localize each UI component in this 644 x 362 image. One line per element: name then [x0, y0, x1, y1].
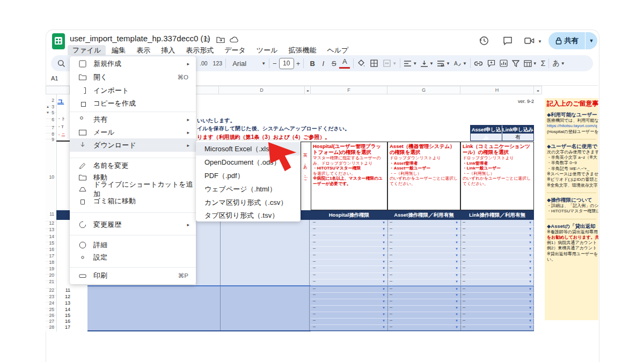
row-number-21[interactable]: 21 — [46, 279, 54, 284]
row-number-14[interactable]: 14 — [46, 234, 54, 239]
sheets-logo-icon[interactable] — [52, 33, 65, 49]
group-collapse-up-icon[interactable]: ▲ — [46, 105, 49, 108]
insert-comment-icon[interactable] — [487, 60, 495, 67]
status-value[interactable] — [471, 134, 502, 141]
text-color-button[interactable]: A — [339, 58, 350, 69]
menu-item-新規作成[interactable]: 新規作成▸ — [70, 57, 196, 70]
text-rotate-icon[interactable]: A — [453, 60, 462, 67]
row-number-17[interactable]: 17 — [46, 253, 54, 258]
share-button[interactable]: 共有 — [548, 32, 585, 49]
row-number-23[interactable]: 23 — [46, 294, 54, 299]
dropdown-arrow-icon[interactable]: ▼ — [382, 280, 385, 283]
merge-caret-icon[interactable]: ▼ — [392, 61, 397, 66]
column-header-D[interactable]: D — [219, 86, 305, 94]
menu-item-ダウンロード[interactable]: ダウンロード▸ — [70, 138, 196, 152]
align-caret-icon[interactable]: ▼ — [413, 61, 417, 66]
italic-button[interactable]: I — [318, 60, 328, 68]
dropdown-arrow-icon[interactable]: ▼ — [382, 260, 385, 263]
dropdown-cell[interactable]: –▼ — [387, 233, 460, 240]
dropdown-arrow-icon[interactable]: ▼ — [382, 227, 385, 231]
search-icon[interactable] — [57, 60, 65, 68]
dropdown-arrow-icon[interactable]: ▼ — [455, 293, 458, 297]
dropdown-cell[interactable]: –▼ — [387, 259, 460, 266]
dropdown-arrow-icon[interactable]: ▼ — [455, 326, 458, 329]
vertical-align-icon[interactable] — [420, 60, 428, 67]
dropdown-cell[interactable]: –▼ — [311, 279, 387, 286]
menu-item-メール[interactable]: メール▸ — [70, 125, 196, 139]
menu-item-ゴミ箱に移動[interactable]: ゴミ箱に移動 — [70, 194, 196, 208]
dropdown-arrow-icon[interactable]: ▼ — [529, 260, 532, 263]
version-history-icon[interactable] — [479, 35, 489, 46]
menubar-item-1[interactable]: 編集 — [107, 45, 130, 56]
row-number-16[interactable]: 16 — [46, 247, 54, 252]
dropdown-cell[interactable]: –▼ — [311, 246, 387, 253]
font-size-input[interactable]: 10 — [279, 58, 294, 69]
dropdown-cell[interactable]: –▼ — [387, 246, 460, 253]
menubar-item-8[interactable]: ヘルプ — [322, 45, 353, 56]
row-number-19[interactable]: 19 — [46, 266, 54, 271]
row-number-9[interactable]: 9 — [46, 137, 54, 142]
filter-icon[interactable] — [512, 60, 519, 67]
dropdown-cell[interactable]: –▼ — [387, 265, 460, 272]
column-header-F[interactable]: F — [311, 86, 387, 94]
dropdown-arrow-icon[interactable]: ▼ — [382, 300, 385, 303]
dropdown-cell[interactable]: –▼ — [460, 324, 534, 331]
submenu-item-5[interactable]: タブ区切り形式（.tsv） — [196, 209, 301, 222]
dropdown-cell[interactable]: –▼ — [311, 324, 387, 331]
dropdown-arrow-icon[interactable]: ▼ — [529, 267, 532, 270]
menubar-item-4[interactable]: 表示形式 — [181, 45, 218, 56]
dropdown-arrow-icon[interactable]: ▼ — [455, 313, 458, 316]
dropdown-cell[interactable]: –▼ — [460, 233, 534, 240]
dropdown-cell[interactable]: –▼ — [311, 265, 387, 272]
menu-item-共有[interactable]: 共有▸ — [70, 113, 196, 126]
dropdown-arrow-icon[interactable]: ▼ — [382, 306, 385, 309]
dropdown-arrow-icon[interactable]: ▼ — [529, 319, 532, 322]
input-method-button[interactable]: あ — [552, 58, 559, 68]
dropdown-cell[interactable]: –▼ — [460, 259, 534, 266]
dropdown-arrow-icon[interactable]: ▼ — [455, 234, 458, 237]
dropdown-cell[interactable]: –▼ — [460, 272, 534, 279]
dropdown-arrow-icon[interactable]: ▼ — [455, 260, 458, 263]
dropdown-arrow-icon[interactable]: ▼ — [382, 234, 385, 237]
dropdown-arrow-icon[interactable]: ▼ — [529, 326, 532, 329]
sidebar-link[interactable]: https://hitotsu.tayori.com/q — [547, 123, 596, 129]
row-number-22[interactable]: 22 — [46, 287, 54, 293]
column-header-0[interactable] — [196, 86, 219, 94]
dropdown-arrow-icon[interactable]: ▼ — [382, 241, 385, 244]
menubar-item-5[interactable]: データ — [219, 45, 251, 56]
dropdown-arrow-icon[interactable]: ▼ — [455, 247, 458, 250]
column-header-H[interactable]: H — [460, 86, 534, 94]
row-number-28[interactable]: 28 — [46, 324, 54, 330]
column-header-G[interactable]: G — [387, 86, 460, 94]
dropdown-arrow-icon[interactable]: ▼ — [455, 280, 458, 283]
dropdown-arrow-icon[interactable]: ▼ — [529, 234, 532, 237]
row-number-20[interactable]: 20 — [46, 272, 54, 278]
merge-cells-icon[interactable] — [383, 59, 391, 68]
dropdown-arrow-icon[interactable]: ▼ — [382, 313, 385, 316]
rotate-caret-icon[interactable]: ▼ — [463, 61, 467, 66]
camera-dropdown-caret[interactable]: ▼ — [538, 39, 542, 44]
dropdown-arrow-icon[interactable]: ▼ — [529, 280, 532, 283]
menubar-item-2[interactable]: 表示 — [131, 45, 155, 56]
bold-button[interactable]: B — [307, 60, 318, 68]
functions-button[interactable]: Σ — [541, 59, 546, 68]
increase-font-button[interactable]: + — [296, 60, 301, 68]
number-format-button[interactable]: 123 — [213, 60, 223, 67]
menu-item-設定[interactable]: 設定 — [70, 250, 196, 264]
dropdown-arrow-icon[interactable]: ▼ — [382, 254, 385, 257]
menu-item-変更履歴[interactable]: 変更履歴▸ — [70, 218, 196, 231]
dropdown-cell[interactable]: –▼ — [387, 240, 460, 247]
dropdown-arrow-icon[interactable]: ▼ — [455, 221, 458, 224]
dropdown-cell[interactable]: –▼ — [460, 246, 534, 253]
hidden-column-marker[interactable]: ◂▸ — [305, 86, 311, 94]
strikethrough-button[interactable]: S — [328, 60, 339, 68]
dropdown-arrow-icon[interactable]: ▼ — [455, 287, 458, 291]
meet-camera-icon[interactable] — [524, 35, 536, 46]
corner-header[interactable] — [46, 86, 70, 94]
dropdown-arrow-icon[interactable]: ▼ — [382, 293, 385, 297]
dropdown-arrow-icon[interactable]: ▼ — [455, 319, 458, 322]
dropdown-cell[interactable]: –▼ — [311, 226, 387, 233]
dropdown-cell[interactable]: –▼ — [460, 226, 534, 233]
dropdown-cell[interactable]: –▼ — [460, 279, 534, 286]
dropdown-arrow-icon[interactable]: ▼ — [455, 300, 458, 303]
